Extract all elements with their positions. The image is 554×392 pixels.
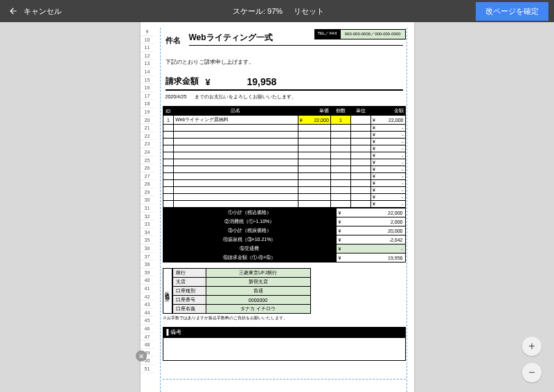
- row-number: 22: [141, 132, 154, 141]
- row-number: 19: [141, 108, 154, 116]
- row-number: 30: [141, 196, 154, 204]
- row-number: 27: [141, 172, 154, 181]
- row-number: 9: [141, 28, 154, 36]
- sheet: 9101112131415161718192021222324252627282…: [141, 22, 414, 392]
- right-ruler: [406, 28, 407, 392]
- row-number: 18: [141, 100, 154, 108]
- due-text: までのお支払いをよろしくお願いいたします。: [195, 94, 296, 99]
- row-number: 15: [141, 76, 154, 84]
- row-number: 25: [141, 157, 154, 165]
- bill-currency: ¥: [206, 77, 220, 87]
- bank-block: 振込先口座 銀行三菱東京UFJ銀行支店新宿支店口座種別普通口座番号0000000…: [163, 268, 406, 314]
- row-number: 33: [141, 220, 154, 229]
- row-number: 29: [141, 188, 154, 197]
- row-number: 39: [141, 269, 154, 277]
- col-unit: 単位: [350, 107, 370, 116]
- row-number: 36: [141, 244, 154, 253]
- row-number: 17: [141, 92, 154, 100]
- row-number: 42: [141, 293, 154, 301]
- row-number: 11: [141, 44, 154, 52]
- row-number: 12: [141, 52, 154, 60]
- bill-row: 請求金額 ¥ 19,958: [166, 75, 403, 91]
- row-number: 40: [141, 276, 154, 285]
- row-number: 37: [141, 253, 154, 261]
- col-id: ID: [163, 107, 174, 116]
- row-number: 51: [141, 365, 154, 373]
- notice-text: 下記のとおりご請求申し上げます。: [166, 58, 403, 66]
- bill-amount: 19,958: [220, 76, 403, 87]
- bank-note: ※お手数ではありますが振込手数料のご負担をお願いいたします。: [163, 315, 406, 321]
- reset-button[interactable]: リセット: [294, 6, 324, 17]
- row-number: 47: [141, 333, 154, 341]
- telfax-box: TEL／FAX 000-000-0000／000-000-0000: [314, 29, 405, 39]
- row-number: 26: [141, 164, 154, 172]
- row-numbers: 9101112131415161718192021222324252627282…: [141, 28, 154, 373]
- row-number: 31: [141, 204, 154, 213]
- row-number: 20: [141, 116, 154, 125]
- col-name: 品名: [174, 107, 298, 116]
- row-number: 10: [141, 36, 154, 44]
- page-break-line[interactable]: [163, 379, 406, 380]
- topbar: キャンセル スケール: 97% リセット 改ページを確定: [0, 0, 554, 22]
- scale-label: スケール: 97%: [233, 6, 283, 17]
- due-date: 2020/4/25: [166, 94, 187, 99]
- row-number: 13: [141, 60, 154, 68]
- totals-block: ①小計（税込価格）¥22,000②消費税（①÷1.10%）¥2,000③小計（税…: [163, 208, 406, 262]
- left-ruler: [154, 28, 161, 392]
- zoom-in-button[interactable]: +: [522, 337, 542, 356]
- row-number: 16: [141, 84, 154, 92]
- subject-label: 件名: [166, 35, 181, 46]
- cancel-button[interactable]: キャンセル: [24, 6, 62, 17]
- col-amount: 金額: [371, 107, 405, 116]
- row-number: 34: [141, 229, 154, 237]
- row-number: 44: [141, 309, 154, 317]
- telfax-value: 000-000-0000／000-000-0000: [340, 29, 406, 39]
- document-content: TEL／FAX 000-000-0000／000-000-0000 件名 Web…: [163, 28, 406, 380]
- remark-block: ▌備考: [163, 327, 406, 361]
- row-number: 21: [141, 124, 154, 132]
- col-qty: 個数: [330, 107, 350, 116]
- row-number: 41: [141, 285, 154, 293]
- items-table: ID 品名 単価 個数 単位 金額 1Webライティング原稿料¥22,0001¥…: [163, 106, 406, 208]
- row-number: 32: [141, 213, 154, 221]
- row-number: 45: [141, 317, 154, 325]
- row-number: 38: [141, 260, 154, 269]
- col-unitprice: 単価: [298, 107, 330, 116]
- row-number: 46: [141, 325, 154, 333]
- bill-label: 請求金額: [166, 75, 206, 87]
- remark-box: [163, 337, 406, 361]
- row-number: 24: [141, 148, 154, 157]
- back-arrow-icon[interactable]: [8, 6, 18, 16]
- row-number: 43: [141, 301, 154, 309]
- zoom-out-button[interactable]: −: [522, 363, 542, 382]
- row-number: 14: [141, 68, 154, 76]
- telfax-label: TEL／FAX: [314, 29, 339, 39]
- canvas: 9101112131415161718192021222324252627282…: [0, 22, 554, 392]
- remark-label: 備考: [170, 329, 181, 335]
- row-number: 28: [141, 180, 154, 188]
- close-icon[interactable]: ✕: [136, 350, 147, 362]
- bank-side-label: 振込先口座: [163, 268, 172, 314]
- row-number: 48: [141, 341, 154, 349]
- confirm-pagebreak-button[interactable]: 改ページを確定: [476, 2, 548, 21]
- due-line: 2020/4/25 までのお支払いをよろしくお願いいたします。: [166, 93, 403, 100]
- row-number: 23: [141, 140, 154, 148]
- zoom-controls: + −: [522, 337, 542, 382]
- row-number: 35: [141, 236, 154, 244]
